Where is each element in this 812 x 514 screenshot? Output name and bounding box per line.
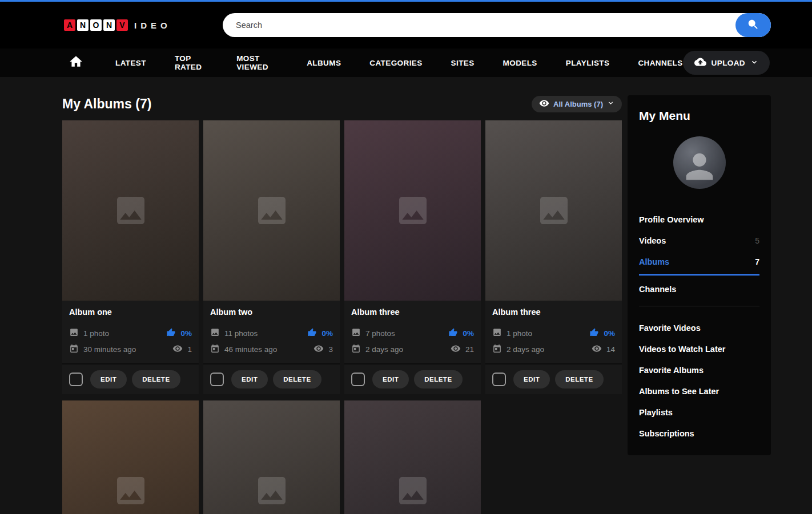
nav-item-albums[interactable]: ALBUMS: [307, 59, 341, 67]
nav-item-playlists[interactable]: PLAYLISTS: [566, 59, 610, 67]
nav-item-models[interactable]: MODELS: [503, 59, 537, 67]
nav-item-most-viewed[interactable]: MOST VIEWED: [236, 54, 278, 71]
sidebar-item-favorite-albums[interactable]: Favorite Albums: [639, 366, 759, 375]
delete-button[interactable]: DELETE: [414, 370, 462, 388]
delete-button[interactable]: DELETE: [273, 370, 321, 388]
view-count: 3: [328, 345, 333, 354]
album-thumbnail[interactable]: [203, 120, 340, 301]
cloud-upload-icon: [694, 56, 706, 70]
photo-count: 11 photos: [224, 329, 258, 338]
albums-filter-dropdown[interactable]: All Albums (7): [532, 96, 622, 112]
search-button[interactable]: [735, 13, 771, 37]
logo-tile: O: [90, 19, 102, 31]
edit-button[interactable]: EDIT: [231, 370, 268, 388]
logo-tile: N: [77, 19, 89, 31]
like-percent: 0%: [463, 329, 474, 338]
sidebar-item-videos-to-watch-later[interactable]: Videos to Watch Later: [639, 345, 759, 354]
like-percent: 0%: [321, 329, 333, 338]
upload-label: UPLOAD: [711, 59, 745, 67]
sidebar-item-channels[interactable]: Channels: [639, 285, 759, 294]
album-title[interactable]: Album two: [210, 307, 333, 317]
album-thumbnail[interactable]: [62, 120, 199, 301]
album-thumbnail[interactable]: [62, 400, 199, 514]
sidebar-title: My Menu: [639, 109, 759, 123]
album-card: [344, 400, 481, 514]
calendar-icon: [351, 344, 361, 355]
albums-grid: Album one 1 photo 0% 30 minutes ago 1 ED…: [62, 120, 622, 514]
like-percent: 0%: [604, 329, 615, 338]
views-icon: [172, 343, 183, 355]
album-card: [203, 400, 340, 514]
nav-item-top-rated[interactable]: TOP RATED: [175, 54, 208, 71]
select-checkbox[interactable]: [210, 373, 224, 386]
album-card: Album one 1 photo 0% 30 minutes ago 1 ED…: [62, 120, 199, 394]
edit-button[interactable]: EDIT: [90, 370, 127, 388]
sidebar-item-albums-to-see-later[interactable]: Albums to See Later: [639, 387, 759, 396]
album-thumbnail[interactable]: [344, 400, 481, 514]
calendar-icon: [492, 344, 502, 355]
nav-item-categories[interactable]: CATEGORIES: [369, 59, 422, 67]
album-title[interactable]: Album three: [492, 307, 615, 317]
sidebar-item-profile-overview[interactable]: Profile Overview: [639, 215, 759, 224]
album-age: 2 days ago: [507, 345, 544, 354]
delete-button[interactable]: DELETE: [555, 370, 603, 388]
site-logo[interactable]: A N O N V IDEO: [64, 19, 171, 31]
album-thumbnail[interactable]: [203, 400, 340, 514]
album-title[interactable]: Album three: [351, 307, 474, 317]
albums-section: My Albums (7) All Albums (7) Album one: [62, 95, 622, 514]
album-thumbnail[interactable]: [485, 120, 622, 301]
calendar-icon: [210, 344, 220, 355]
search-bar: [223, 13, 771, 37]
eye-icon: [539, 98, 549, 110]
view-count: 1: [187, 345, 192, 354]
select-checkbox[interactable]: [492, 373, 506, 386]
header: A N O N V IDEO: [0, 2, 812, 48]
nav-item-latest[interactable]: LATEST: [115, 59, 146, 67]
home-icon: [69, 54, 83, 71]
views-icon: [592, 343, 602, 355]
photo-count: 1 photo: [83, 329, 109, 338]
calendar-icon: [69, 344, 79, 355]
photo-icon: [492, 327, 502, 339]
photo-icon: [69, 327, 79, 339]
album-thumbnail[interactable]: [344, 120, 481, 301]
search-input[interactable]: [223, 13, 771, 37]
logo-tile: V: [116, 19, 128, 31]
sidebar-item-favorite-videos[interactable]: Favorite Videos: [639, 323, 759, 333]
like-percent: 0%: [180, 329, 192, 338]
select-checkbox[interactable]: [69, 373, 83, 386]
thumbs-up-icon: [307, 327, 317, 339]
user-avatar[interactable]: [673, 136, 726, 189]
page-title: My Albums (7): [62, 96, 151, 112]
views-icon: [451, 343, 461, 355]
album-card: Album three 7 photos 0% 2 days ago 21 ED…: [344, 120, 481, 394]
view-count: 21: [465, 345, 474, 354]
photo-count: 1 photo: [507, 329, 532, 338]
album-age: 46 minutes ago: [224, 345, 277, 354]
sidebar-item-albums[interactable]: Albums 7: [639, 257, 759, 276]
nav-home[interactable]: [69, 54, 83, 71]
thumbs-up-icon: [166, 327, 176, 339]
edit-button[interactable]: EDIT: [513, 370, 550, 388]
sidebar-item-playlists[interactable]: Playlists: [639, 408, 759, 417]
logo-text: IDEO: [134, 21, 171, 30]
thumbs-up-icon: [589, 327, 599, 339]
album-card: Album three 1 photo 0% 2 days ago 14 EDI…: [485, 120, 622, 394]
photo-icon: [351, 327, 361, 339]
sidebar-item-videos[interactable]: Videos 5: [639, 236, 759, 245]
main-nav: LATEST TOP RATED MOST VIEWED ALBUMS CATE…: [0, 48, 812, 77]
photo-count: 7 photos: [365, 329, 395, 338]
album-card: Album two 11 photos 0% 46 minutes ago 3 …: [203, 120, 340, 394]
album-title[interactable]: Album one: [69, 307, 192, 317]
sidebar-item-subscriptions[interactable]: Subscriptions: [639, 429, 759, 438]
delete-button[interactable]: DELETE: [132, 370, 180, 388]
upload-button[interactable]: UPLOAD: [683, 51, 770, 75]
views-icon: [313, 343, 324, 355]
sidebar-divider: [639, 306, 759, 306]
my-menu-sidebar: My Menu Profile Overview Videos 5 Albums…: [628, 95, 771, 455]
nav-item-channels[interactable]: CHANNELS: [638, 59, 682, 67]
logo-tile: N: [103, 19, 115, 31]
select-checkbox[interactable]: [351, 373, 365, 386]
edit-button[interactable]: EDIT: [372, 370, 409, 388]
nav-item-sites[interactable]: SITES: [451, 59, 475, 67]
